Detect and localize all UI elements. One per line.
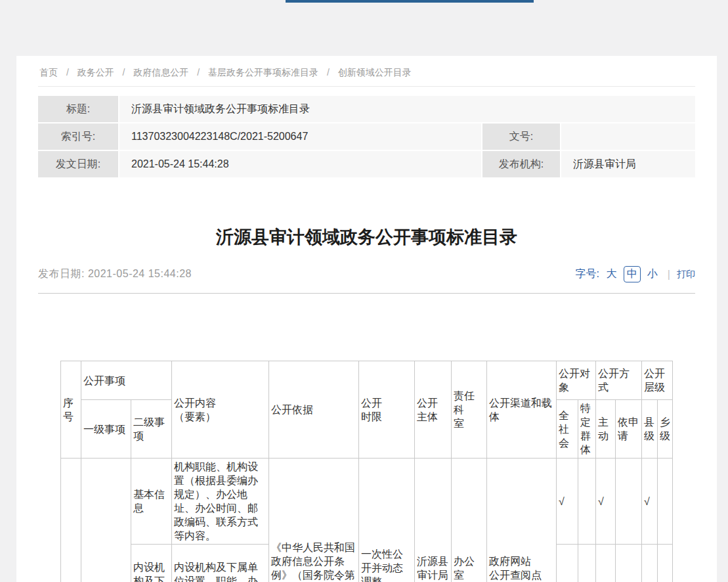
cell-on-request-check [616, 459, 642, 545]
cell-level1-item [81, 459, 131, 582]
cell-on-request-check [616, 545, 642, 582]
cell-whole-society-check: √ [557, 459, 578, 545]
content-card: 首页 / 政务公开 / 政府信息公开 / 基层政务公开事项标准目录 / 创新领域… [16, 56, 717, 582]
breadcrumb-separator: / [327, 67, 330, 78]
cell-specific-groups-check [578, 459, 596, 545]
publish-date-label: 发布日期: [38, 268, 85, 279]
meta-title-value: 沂源县审计领域政务公开事项标准目录 [119, 96, 695, 122]
cell-serial [61, 459, 81, 582]
cell-level2-item: 基本信息 [131, 459, 172, 545]
document-meta-table: 标题: 沂源县审计领域政务公开事项标准目录 索引号: 1137032300422… [38, 96, 695, 177]
breadcrumb-separator: / [123, 67, 125, 78]
col-header-serial: 序 号 [61, 361, 81, 459]
cell-subject: 沂源县审计局 [415, 459, 452, 582]
cell-basis: 《中华人民共和国政府信息公开条例》（国务院令第711号） [269, 459, 359, 582]
breadcrumb-separator: / [66, 67, 69, 78]
col-header-proactive: 主 动 [596, 400, 616, 459]
col-header-channels: 公开渠道和载 体 [487, 361, 557, 459]
breadcrumb: 首页 / 政务公开 / 政府信息公开 / 基层政务公开事项标准目录 / 创新领域… [38, 56, 695, 87]
col-header-basis: 公开依据 [269, 361, 359, 459]
font-size-controls: 字号: 大 中 小 | 打印 [575, 266, 695, 282]
breadcrumb-separator: / [197, 67, 200, 78]
col-header-audience: 公开对 象 [557, 361, 596, 400]
font-size-small-button[interactable]: 小 [647, 267, 658, 281]
font-size-medium-button[interactable]: 中 [624, 266, 641, 282]
col-header-specific-groups: 特 定 群 体 [578, 400, 596, 459]
col-header-township-level: 乡 级 [658, 400, 673, 459]
meta-index-label: 索引号: [38, 123, 118, 150]
meta-publisher-value: 沂源县审计局 [561, 151, 695, 177]
divider: | [668, 269, 670, 280]
breadcrumb-item-home[interactable]: 首页 [39, 67, 58, 78]
col-header-county-level: 县 级 [642, 400, 658, 459]
catalog-table: 序 号 公开事项 公开内容 （要素） 公开依据 公开 时限 公开 主体 责任科 … [60, 361, 673, 582]
cell-department: 办公室 [452, 459, 487, 582]
breadcrumb-item-open-gov[interactable]: 政务公开 [77, 67, 114, 78]
breadcrumb-item-standard-catalog[interactable]: 基层政务公开事项标准目录 [208, 67, 318, 78]
col-header-content: 公开内容 （要素） [172, 361, 269, 459]
publish-date-value: 2021-05-24 15:44:28 [88, 268, 192, 279]
cell-whole-society-check: √ [557, 545, 578, 582]
meta-date-value: 2021-05-24 15:44:28 [119, 151, 481, 177]
meta-publisher-label: 发布机构: [482, 151, 560, 177]
col-header-on-request: 依申 请 [616, 400, 642, 459]
cell-proactive-check: √ [596, 459, 616, 545]
header-row-1: 序 号 公开事项 公开内容 （要素） 公开依据 公开 时限 公开 主体 责任科 … [61, 361, 673, 400]
meta-docnum-value [561, 123, 695, 150]
cell-specific-groups-check [578, 545, 596, 582]
cell-township-check [658, 545, 673, 582]
cell-time-limit: 一次性公开并动态调整 [359, 459, 415, 582]
cell-county-check: √ [642, 545, 658, 582]
cell-level2-item: 内设机构及下属事业单位信息 [131, 545, 172, 582]
col-header-method: 公开方式 [596, 361, 642, 400]
col-header-department: 责任科 室 [452, 361, 487, 459]
cell-content: 机构职能、机构设置（根据县委编办规定）、办公地址、办公时间、邮政编码、联系方式等… [172, 459, 269, 545]
font-size-label: 字号: [575, 267, 599, 281]
article-meta-bar: 发布日期: 2021-05-24 15:44:28 字号: 大 中 小 | 打印 [38, 266, 695, 294]
col-header-disclosure-items: 公开事项 [81, 361, 172, 400]
page-title: 沂源县审计领域政务公开事项标准目录 [38, 227, 695, 247]
breadcrumb-item-innovation-catalog[interactable]: 创新领域公开目录 [338, 67, 412, 78]
publish-date: 发布日期: 2021-05-24 15:44:28 [38, 267, 192, 281]
cell-proactive-check: √ [596, 545, 616, 582]
top-navbar-fragment [286, 0, 534, 3]
col-header-subject: 公开 主体 [415, 361, 452, 459]
cell-township-check [658, 459, 673, 545]
print-button[interactable]: 打印 [677, 269, 695, 280]
meta-date-label: 发文日期: [38, 151, 118, 177]
meta-index-value: 11370323004223148C/2021-5200647 [119, 123, 481, 150]
cell-channels: 政府网站 公开查阅点 [487, 459, 557, 582]
meta-title-label: 标题: [38, 96, 118, 122]
font-size-large-button[interactable]: 大 [607, 267, 617, 281]
col-header-level2-item: 二级事 项 [131, 400, 172, 459]
cell-county-check: √ [642, 459, 658, 545]
col-header-level1-item: 一级事项 [81, 400, 131, 459]
cell-content: 内设机构及下属单位设置、职能、办公地址、办公时间、联系方式、负责人姓名等内容。 [172, 545, 269, 582]
meta-docnum-label: 文号: [482, 123, 560, 150]
col-header-whole-society: 全社 会 [557, 400, 578, 459]
table-row: 基本信息 机构职能、机构设置（根据县委编办规定）、办公地址、办公时间、邮政编码、… [61, 459, 673, 545]
breadcrumb-item-gov-info[interactable]: 政府信息公开 [133, 67, 188, 78]
col-header-time-limit: 公开 时限 [359, 361, 415, 459]
col-header-level: 公开 层级 [642, 361, 673, 400]
